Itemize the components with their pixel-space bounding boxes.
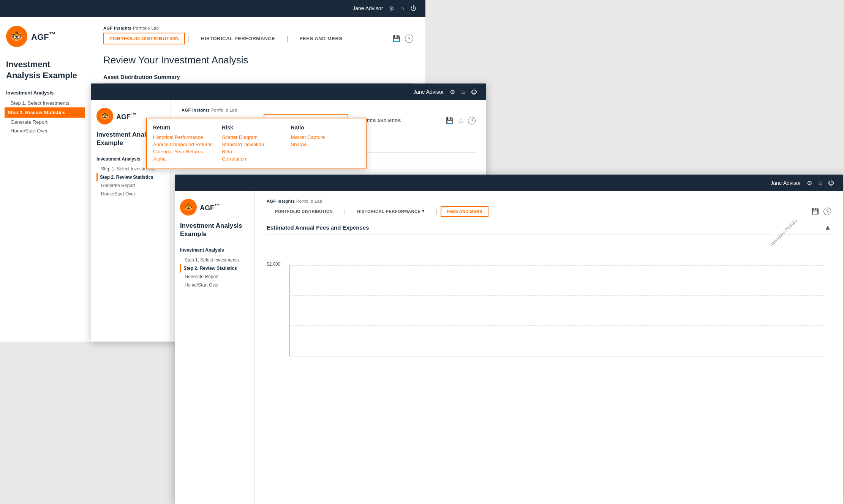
- section-title-base: Asset Distribution Summary: [103, 74, 413, 83]
- user-label-base: Jane Advisor: [352, 5, 383, 11]
- sidebar-home-base[interactable]: Home/Start Over: [6, 126, 85, 135]
- user-label-mid: Jane Advisor: [413, 89, 444, 95]
- home-icon-base[interactable]: ⌂: [400, 5, 404, 12]
- dropdown-col-ratio: Ratio Market Capture Sharpe: [291, 124, 360, 162]
- tab-historical-front[interactable]: HISTORICAL PERFORMANCE ▾: [349, 205, 433, 217]
- chart-y-value: $2,000: [267, 261, 281, 267]
- nav-sep1-base: |: [188, 35, 190, 42]
- ratio-title: Ratio: [291, 124, 360, 131]
- sidebar-step2-base[interactable]: Step 2. Review Statistics: [5, 107, 85, 118]
- section-label-front: Investment Analysis: [180, 247, 249, 253]
- dropdown-scatter[interactable]: Scatter Diagram: [222, 134, 291, 141]
- agf-logo-front: 🐯: [180, 199, 197, 216]
- sidebar-front: 🐯 AGF™ Investment Analysis Example Inves…: [175, 191, 254, 504]
- sidebar-home-front[interactable]: Home/Start Over: [180, 281, 249, 289]
- project-title-front: Investment Analysis Example: [180, 222, 249, 238]
- dropdown-beta[interactable]: Beta: [222, 148, 291, 155]
- sidebar-generate-base[interactable]: Generate Report: [6, 118, 85, 126]
- sidebar-generate-front[interactable]: Generate Report: [180, 272, 249, 281]
- tiger-icon-mid: 🐯: [101, 112, 109, 120]
- agf-logo-mid: 🐯: [96, 108, 113, 124]
- help-icon-base[interactable]: ?: [405, 35, 413, 43]
- topbar-mid: Jane Advisor ⚙ ⌂ ⏻: [91, 83, 486, 100]
- project-title-base: Investment Analysis Example: [6, 59, 85, 81]
- tiger-icon-base: 🐯: [11, 31, 22, 42]
- warning-icon-mid: ⚠: [458, 117, 463, 124]
- home-icon-mid[interactable]: ⌂: [461, 88, 465, 95]
- sidebar-step2-mid[interactable]: Step 2. Review Statistics: [96, 173, 165, 181]
- grid-line-top: [290, 265, 823, 266]
- save-icon-mid[interactable]: 💾: [446, 117, 454, 124]
- main-content-front: AGF Insights Portfolio Lab PORTFOLIO DIS…: [254, 191, 843, 504]
- main-nav-front: PORTFOLIO DISTRIBUTION | HISTORICAL PERF…: [267, 205, 831, 217]
- main-nav-base: PORTFOLIO DISTRIBUTION | HISTORICAL PERF…: [103, 32, 413, 45]
- dropdown-market-capture[interactable]: Market Capture: [291, 134, 360, 141]
- chart-bar-area: [289, 265, 823, 356]
- sidebar-generate-mid[interactable]: Generate Report: [96, 181, 165, 190]
- collapse-icon-front[interactable]: ▲: [824, 224, 831, 232]
- tab-portfolio-front[interactable]: PORTFOLIO DISTRIBUTION: [267, 205, 341, 217]
- nav-sep2-front: |: [436, 208, 438, 215]
- dropdown-col-return: Return Historical Performance Annual Com…: [153, 124, 222, 162]
- tab-portfolio-base[interactable]: PORTFOLIO DISTRIBUTION: [103, 33, 185, 44]
- agf-text-base: AGF™: [31, 30, 56, 42]
- app-subtitle-front: AGF Insights Portfolio Lab: [267, 199, 831, 203]
- section-label-base: Investment Analysis: [6, 90, 85, 96]
- page-title-base: Review Your Investment Analysis: [103, 54, 413, 66]
- dropdown-sharpe[interactable]: Sharpe: [291, 141, 360, 148]
- save-icon-front[interactable]: 💾: [811, 208, 819, 215]
- chevron-icon-front: ▾: [422, 209, 425, 214]
- dropdown-alpha[interactable]: Alpha: [153, 155, 222, 162]
- fees-chart: Alternative Portfolio $2,000: [267, 243, 831, 356]
- dropdown-annual-compound[interactable]: Annual Compound Returns: [153, 141, 222, 148]
- tab-fees-front[interactable]: FEES AND MERS: [441, 206, 488, 217]
- historical-dropdown: Return Historical Performance Annual Com…: [146, 118, 367, 169]
- nav-icons-front: 💾 ?: [811, 208, 831, 215]
- return-title: Return: [153, 124, 222, 131]
- dropdown-correlation[interactable]: Correlation: [222, 155, 291, 162]
- home-icon-front[interactable]: ⌂: [818, 180, 822, 186]
- gear-icon-base[interactable]: ⚙: [389, 5, 394, 12]
- app-subtitle-mid: AGF Insights Portfolio Lab: [182, 108, 476, 112]
- tiger-icon-front: 🐯: [184, 203, 193, 211]
- panel-front: Jane Advisor ⚙ ⌂ ⏻ 🐯 AGF™ Investment Ana…: [175, 175, 843, 504]
- nav-sep2-base: |: [286, 35, 288, 42]
- logout-icon-front[interactable]: ⏻: [828, 180, 834, 186]
- agf-text-mid: AGF™: [116, 111, 136, 121]
- topbar-front: Jane Advisor ⚙ ⌂ ⏻: [175, 175, 843, 191]
- logout-icon-base[interactable]: ⏻: [410, 5, 416, 12]
- dropdown-calendar-year[interactable]: Calendar Year Returns: [153, 148, 222, 155]
- risk-title: Risk: [222, 124, 291, 131]
- sidebar-step1-front[interactable]: Step 1. Select Investments: [180, 256, 249, 264]
- grid-line-low: [290, 325, 823, 326]
- topbar-base: Jane Advisor ⚙ ⌂ ⏻: [0, 0, 425, 17]
- help-icon-mid[interactable]: ?: [468, 117, 476, 124]
- dropdown-std-dev[interactable]: Standard Deviation: [222, 141, 291, 148]
- tab-fees-base[interactable]: FEES AND MERS: [291, 32, 351, 45]
- logout-icon-mid[interactable]: ⏻: [471, 88, 477, 95]
- sidebar-home-mid[interactable]: Home/Start Over: [96, 190, 165, 198]
- gear-icon-front[interactable]: ⚙: [807, 180, 812, 187]
- gear-icon-mid[interactable]: ⚙: [450, 88, 455, 96]
- user-label-front: Jane Advisor: [770, 180, 801, 186]
- sidebar-base: 🐯 AGF™ Investment Analysis Example Inves…: [0, 17, 91, 342]
- sidebar-step1-base[interactable]: Step 1. Select Investments: [6, 99, 85, 107]
- app-subtitle-base: AGF Insights Portfolio Lab: [103, 26, 413, 30]
- agf-text-front: AGF™: [200, 202, 220, 212]
- sidebar-step2-front[interactable]: Step 2. Review Statistics: [180, 264, 249, 272]
- dropdown-historical-performance[interactable]: Historical Performance: [153, 134, 222, 141]
- tab-historical-base[interactable]: HISTORICAL PERFORMANCE: [193, 32, 283, 45]
- nav-icons-base: 💾 ?: [393, 35, 413, 43]
- agf-logo-base: 🐯: [6, 26, 27, 47]
- logo-area-base: 🐯 AGF™: [6, 26, 85, 47]
- save-icon-base[interactable]: 💾: [393, 35, 400, 42]
- logo-area-front: 🐯 AGF™: [180, 199, 249, 216]
- dropdown-col-risk: Risk Scatter Diagram Standard Deviation …: [222, 124, 291, 162]
- nav-icons-mid: 💾 ⚠ ?: [446, 117, 476, 124]
- dropdown-cols: Return Historical Performance Annual Com…: [153, 124, 360, 162]
- nav-sep1-front: |: [344, 208, 346, 215]
- help-icon-front[interactable]: ?: [823, 208, 831, 215]
- fees-section-title: Estimated Annual Fees and Expenses ▲: [267, 224, 831, 235]
- grid-line-mid: [290, 295, 823, 296]
